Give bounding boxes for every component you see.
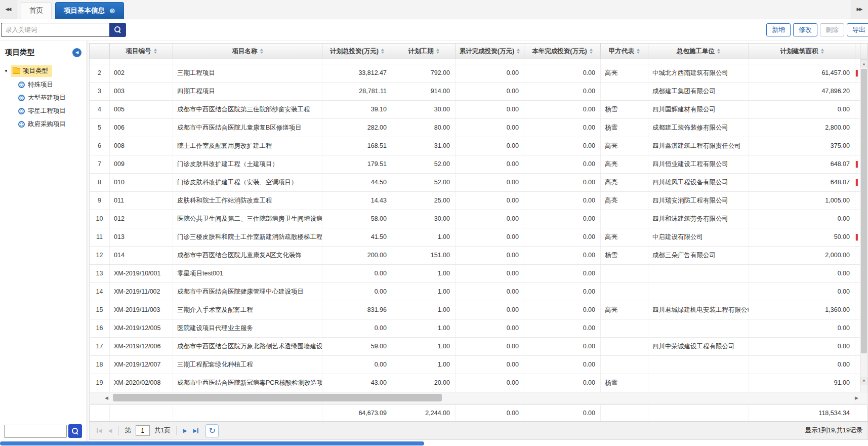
tab-project-info[interactable]: 项目基本信息 ⊗: [55, 2, 124, 19]
table-row[interactable]: 11 013 门诊三楼皮肤科和院士工作室新建消防疏散楼梯工程 41.50 1.0…: [90, 228, 860, 247]
project-grid: 项目编号 项目名称 计划总投资(万元) 计划工期 累计完成投资(万元) 本年完成…: [89, 43, 868, 446]
tree-item[interactable]: 大型基建项目: [3, 91, 84, 104]
first-page-button[interactable]: ◀: [95, 425, 104, 437]
cell-owner-rep: 高亮: [601, 64, 648, 82]
tree-item[interactable]: 零星工程项目: [3, 104, 84, 117]
table-row[interactable]: 1 001 住院部改扩建附属基础工程 118.00 60.00 0.00 0.0…: [90, 59, 860, 64]
col-header-project-name[interactable]: 项目名称: [173, 44, 322, 59]
cell-contractor: [648, 265, 749, 282]
keyword-search-input[interactable]: [1, 23, 109, 37]
cell-project-id: 003: [110, 83, 173, 100]
keyword-search-group: [1, 23, 126, 37]
action-button[interactable]: 新增: [766, 23, 791, 36]
table-row[interactable]: 13 XM-2019/10/001 零星项目test001 0.00 1.00 …: [90, 265, 860, 283]
last-page-button[interactable]: ▶: [191, 425, 201, 437]
scroll-right-arrow-icon[interactable]: ▶: [855, 392, 858, 403]
col-header-planned-area[interactable]: 计划建筑面积: [749, 44, 855, 59]
sidebar-search-button[interactable]: [68, 424, 82, 438]
table-row[interactable]: 6 008 院士工作室及配套用房改扩建工程 168.51 31.00 0.00 …: [90, 137, 860, 155]
prev-page-button[interactable]: ◀: [106, 425, 114, 437]
tree-children: 特殊项目 大型基建项目 零星工程项目: [3, 78, 84, 131]
col-header-planned-duration[interactable]: 计划工期: [392, 44, 456, 59]
vertical-scrollbar[interactable]: ▲ ▼: [860, 59, 868, 392]
summary-cumulative-investment: 0.00: [456, 405, 524, 421]
vertical-scrollbar-thumb[interactable]: [861, 69, 867, 353]
col-header-project-id[interactable]: 项目编号: [110, 44, 173, 59]
cell-project-id: 002: [110, 64, 173, 82]
col-label: 项目编号: [126, 47, 151, 56]
table-row[interactable]: 18 XM-2019/12/007 三期工程配套绿化种植工程 0.00 1.00…: [90, 356, 860, 374]
table-row[interactable]: 15 XM-2019/11/003 三期介入手术室及配套工程 831.96 1.…: [90, 301, 860, 319]
table-row[interactable]: 14 XM-2019/11/002 成都市中西医结合医院健康管理中心建设项目 0…: [90, 283, 860, 301]
keyword-search-button[interactable]: [109, 23, 126, 37]
clipped-column-red-fragment: [855, 338, 860, 355]
col-header-planned-investment[interactable]: 计划总投资(万元): [322, 44, 392, 59]
table-row[interactable]: 12 014 成都市中西医结合医院儿童康复A区文化装饰 200.00 151.0…: [90, 247, 860, 265]
summary-planned-duration: 2,244.00: [392, 405, 456, 421]
cell-year-investment: 0.00: [524, 210, 601, 228]
close-tab-icon[interactable]: ⊗: [109, 7, 115, 14]
tree-root-selected-node[interactable]: 项目类型: [11, 65, 52, 77]
row-number: 18: [90, 356, 110, 374]
cell-project-name: 医院公共卫生间及第二、三住院部病房卫生间增设病人蹲位: [173, 210, 322, 228]
col-header-contractor[interactable]: 总包施工单位: [648, 44, 749, 59]
table-row[interactable]: 3 003 四期工程项目 28,781.11 914.00 0.00 0.00 …: [90, 83, 860, 101]
scroll-up-arrow-icon[interactable]: ▲: [860, 60, 867, 68]
scroll-down-arrow-icon[interactable]: ▼: [860, 377, 867, 385]
table-row[interactable]: 4 005 成都市中西医结合医院第三住院部纱窗安装工程 39.10 30.00 …: [90, 101, 860, 119]
cell-planned-area: 0.00: [749, 319, 855, 337]
cell-cumulative-investment: 0.00: [456, 119, 524, 137]
table-row[interactable]: 8 010 门诊皮肤科改扩建工程（安装、空调项目） 44.50 52.00 0.…: [90, 174, 860, 192]
next-page-button[interactable]: ▶: [181, 425, 189, 437]
cell-planned-investment: 831.96: [322, 301, 392, 319]
page-horizontal-scrollbar-thumb[interactable]: [0, 441, 424, 445]
sort-icon: [590, 47, 593, 55]
tree-item[interactable]: 政府采购项目: [3, 117, 84, 131]
action-button[interactable]: 修改: [793, 23, 817, 36]
col-label: 总包施工单位: [677, 47, 715, 56]
col-header-year-investment[interactable]: 本年完成投资(万元): [524, 44, 601, 59]
cell-planned-duration: 151.00: [392, 247, 456, 264]
sidebar-collapse-button[interactable]: ◀: [72, 48, 81, 57]
summary-planned-area: 118,534.34: [749, 405, 855, 421]
sidebar-filter-input[interactable]: [4, 425, 67, 438]
table-row[interactable]: 9 011 皮肤科和院士工作站消防改造工程 14.43 25.00 0.00 0…: [90, 192, 860, 210]
clipped-column-red-fragment: ▌: [855, 64, 860, 82]
table-row[interactable]: 19 XM-2020/02/008 成都市中西医结合医院新冠病毒PCR核酸检测改…: [90, 374, 860, 392]
action-button[interactable]: 删除: [820, 23, 844, 36]
horizontal-scrollbar-thumb[interactable]: [113, 394, 442, 401]
table-row[interactable]: 5 006 成都市中西医结合医院儿童康复B区修缮项目 282.00 80.00 …: [90, 119, 860, 137]
cell-planned-duration: 52.00: [392, 174, 456, 191]
cell-planned-area: 1,005.00: [749, 192, 855, 210]
tab-scroll-right-button[interactable]: ▶▶: [851, 0, 868, 19]
table-row[interactable]: 17 XM-2019/12/006 成都市中西医结合医院万象北路侧艺术透绿围墙建…: [90, 338, 860, 356]
cell-planned-investment: 0.00: [322, 356, 392, 374]
cell-contractor: [648, 283, 749, 301]
table-row[interactable]: 2 002 三期工程项目 33,812.47 792.00 0.00 0.00 …: [90, 64, 860, 83]
summary-project-name: [173, 405, 322, 421]
refresh-button[interactable]: ↻: [205, 424, 219, 437]
col-header-rownum: [90, 44, 110, 59]
cell-contractor: 四川鑫淇建筑工程有限责任公司: [648, 137, 749, 155]
tree-expand-icon[interactable]: ▼: [3, 69, 9, 73]
horizontal-scrollbar[interactable]: ◀ ▶: [89, 392, 868, 403]
col-header-owner-rep[interactable]: 甲方代表: [601, 44, 648, 59]
cell-year-investment: 0.00: [524, 64, 601, 82]
table-row[interactable]: 16 XM-2019/12/005 医院建设项目代理业主服务 0.00 1.00…: [90, 319, 860, 338]
tree-root-project-type[interactable]: ▼ 项目类型: [3, 64, 84, 78]
tab-scroll-left-button[interactable]: ◀◀: [0, 0, 17, 19]
table-row[interactable]: 10 012 医院公共卫生间及第二、三住院部病房卫生间增设病人蹲位 58.00 …: [90, 210, 860, 228]
cell-planned-investment: 33,812.47: [322, 64, 392, 82]
tree-item-label: 零星工程项目: [28, 107, 66, 115]
action-button[interactable]: 导出: [847, 23, 868, 36]
tree-item[interactable]: 特殊项目: [3, 78, 84, 91]
table-row[interactable]: 7 009 门诊皮肤科改扩建工程（土建项目） 179.51 52.00 0.00…: [90, 155, 860, 174]
cell-year-investment: 0.00: [524, 356, 601, 374]
cell-project-id: XM-2019/12/007: [110, 356, 173, 374]
col-header-cumulative-investment[interactable]: 累计完成投资(万元): [456, 44, 524, 59]
scroll-left-arrow-icon[interactable]: ◀: [105, 392, 108, 403]
page-number-input[interactable]: [136, 425, 150, 436]
page-suffix-label: 共1页: [154, 426, 171, 435]
tab-home[interactable]: 首页: [21, 2, 52, 19]
cell-owner-rep: [601, 210, 648, 228]
